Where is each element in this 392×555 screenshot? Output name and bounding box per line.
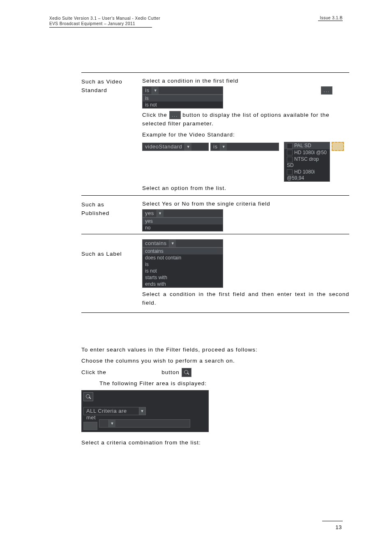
text-cond-select[interactable]: contains ▼ (142, 239, 223, 247)
example-cond-value: is (211, 143, 220, 150)
row1-intro: Select a condition in the first field (142, 77, 349, 86)
yesno-select[interactable]: yes ▼ (142, 209, 223, 217)
table-row: Such as Video Standard Select a conditio… (81, 77, 349, 193)
opt-contains[interactable]: contains (143, 248, 223, 254)
table-rule (81, 72, 349, 73)
condition-select-value: is (143, 87, 152, 94)
step-2c: The following Filter area is displayed: (99, 379, 349, 388)
filter-field-value (99, 420, 108, 427)
chevron-down-icon: ▼ (169, 240, 176, 247)
condition-select[interactable]: is ▼ (142, 86, 223, 95)
yesno-value: yes (143, 210, 157, 217)
row3-p2: Select a condition in the first field an… (142, 290, 349, 308)
chevron-down-icon: ▼ (220, 143, 227, 150)
header-right: Issue 3.1.B (320, 16, 343, 20)
filter-field-stub[interactable] (83, 422, 97, 430)
row3-label: Such as Label (81, 250, 142, 259)
filter-panel: ALL Criteria are met ▼ ▼ (81, 390, 209, 432)
criteria-mode-select[interactable]: ALL Criteria are met ▼ (83, 407, 146, 415)
header-left-2: EVS Broadcast Equipment – January 2011 (49, 21, 160, 26)
example-field-select[interactable]: videoStandard ▼ (142, 143, 209, 151)
table-rule (81, 195, 349, 196)
ex-opt-2[interactable]: NTSC drop SD (284, 156, 330, 169)
row1-label-1: Such as Video (81, 78, 142, 86)
text-cond-options[interactable]: contains does not contain is is not star… (142, 247, 223, 288)
ex-opt-1[interactable]: HD 1080i @50 (284, 149, 330, 156)
example-options[interactable]: PAL SD HD 1080i @50 NTSC drop SD HD 1080… (284, 142, 330, 182)
header-left-1: Xedio Suite Version 3.1 – User's Manual … (49, 16, 160, 21)
step-2b: button (161, 369, 181, 375)
table-rule (81, 234, 349, 234)
ex-opt-1-text: HD 1080i @50 (294, 150, 327, 155)
chevron-down-icon: ▼ (157, 210, 164, 217)
row2-label-1: Such as (81, 201, 142, 209)
step-1: Choose the columns you wish to perform a… (81, 357, 349, 365)
text-cond-value: contains (143, 240, 169, 247)
table-row: Such as Label contains ▼ contains does n… (81, 238, 349, 310)
option-is-not[interactable]: is not (143, 102, 223, 108)
chevron-down-icon: ▼ (139, 407, 145, 415)
opt-is-not[interactable]: is not (143, 268, 223, 274)
ex-opt-0[interactable]: PAL SD (284, 142, 330, 149)
lower-intro: To enter search values in the Filter fie… (81, 346, 349, 354)
ex-opt-0-text: PAL SD (294, 143, 311, 148)
table-row: Such as Published Select Yes or No from … (81, 200, 349, 231)
opt-ends[interactable]: ends with (143, 281, 223, 287)
header-rule-left (49, 27, 152, 28)
option-no[interactable]: no (143, 224, 223, 231)
step-3: Select a criteria combination from the l… (81, 439, 349, 447)
chevron-down-icon: ▼ (108, 420, 115, 427)
page-number: 13 (336, 524, 342, 530)
row1-p2: Click the ... button to display the list… (142, 111, 349, 128)
page-number-rule (322, 521, 343, 521)
opt-not-contain[interactable]: does not contain (143, 254, 223, 261)
example-cond-select[interactable]: is ▼ (210, 143, 279, 151)
ellipsis-button-highlight[interactable]: ... (332, 142, 344, 151)
row1-p4: Select an option from the list. (142, 184, 349, 193)
row1-p2a: Click the (142, 112, 169, 118)
row2-label-2: Published (81, 209, 142, 218)
example-field-value: videoStandard (143, 143, 184, 150)
ex-opt-3[interactable]: HD 1080i @59,94 (284, 169, 330, 181)
ellipsis-button-grey[interactable]: ... (321, 86, 332, 95)
option-is[interactable]: is (143, 95, 223, 102)
yesno-options[interactable]: yes no (142, 217, 223, 231)
step-2: Click the button (81, 368, 349, 377)
magnifier-icon[interactable] (182, 368, 191, 377)
row1-label-2: Standard (81, 86, 142, 95)
header-rule-right (318, 21, 343, 21)
step-2a: Click the (81, 369, 108, 375)
magnifier-icon[interactable] (83, 392, 93, 401)
chevron-down-icon: ▼ (184, 143, 191, 150)
ellipsis-button-inline[interactable]: ... (169, 111, 181, 119)
opt-starts[interactable]: starts with (143, 274, 223, 281)
condition-option-list[interactable]: is is not (142, 95, 223, 109)
criteria-mode-value: ALL Criteria are met (84, 407, 139, 415)
row2-intro: Select Yes or No from the single criteri… (142, 200, 349, 208)
filter-field-select[interactable]: ▼ (99, 419, 190, 428)
table-rule (81, 312, 349, 313)
option-yes[interactable]: yes (143, 218, 223, 224)
row1-p3: Example for the Video Standard: (142, 131, 349, 139)
chevron-down-icon: ▼ (152, 87, 159, 94)
opt-is[interactable]: is (143, 261, 223, 268)
